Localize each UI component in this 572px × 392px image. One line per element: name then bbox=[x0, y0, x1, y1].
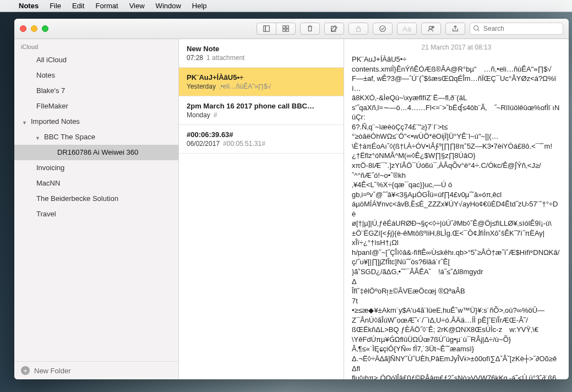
titlebar: Aa bbox=[14, 19, 569, 39]
plus-icon: + bbox=[21, 366, 30, 375]
search-input[interactable] bbox=[470, 23, 563, 35]
minimize-button[interactable] bbox=[31, 25, 37, 32]
disclosure-triangle-icon[interactable]: ▼ bbox=[35, 133, 40, 144]
svg-rect-3 bbox=[286, 26, 288, 28]
svg-rect-5 bbox=[286, 29, 288, 31]
menu-view[interactable]: View bbox=[129, 2, 145, 10]
sidebar-item-macnn[interactable]: MacNN bbox=[14, 176, 178, 191]
note-title: New Note bbox=[187, 45, 336, 53]
note-timestamp: 21 March 2017 at 08:13 bbox=[344, 39, 569, 55]
note-preview: # bbox=[214, 111, 217, 119]
note-title: #00:06:39.63# bbox=[187, 130, 336, 139]
close-button[interactable] bbox=[20, 25, 26, 32]
sidebar-item-bbc-the-space[interactable]: ▼ BBC The Space bbox=[14, 129, 178, 145]
zoom-button[interactable] bbox=[42, 25, 48, 32]
sidebar-account-header: iCloud bbox=[14, 41, 178, 52]
note-card[interactable]: 2pm March 16 2017 phone call BBC… Monday… bbox=[179, 96, 344, 125]
menu-edit[interactable]: Edit bbox=[72, 2, 84, 10]
svg-rect-2 bbox=[283, 26, 285, 28]
note-card[interactable]: New Note 07:281 attachment bbox=[179, 39, 344, 68]
search-field-wrap bbox=[470, 23, 563, 35]
note-card[interactable]: #00:06:39.63# 06/02/2017#00:05:51.31# bbox=[179, 125, 344, 154]
note-date: Monday bbox=[187, 111, 210, 119]
sidebar-item-notes[interactable]: Notes bbox=[14, 68, 178, 83]
svg-rect-4 bbox=[283, 29, 285, 31]
svg-point-8 bbox=[380, 26, 386, 32]
note-title: PK¨AuJ+ÍÀâU5•÷ bbox=[187, 73, 336, 81]
sidebar-item-invoicing[interactable]: Invoicing bbox=[14, 160, 178, 176]
note-preview: 1 attachment bbox=[206, 54, 244, 62]
lock-icon bbox=[355, 25, 362, 32]
sidebar: iCloud All iCloud Notes Blake's 7 FIleMa… bbox=[14, 39, 179, 379]
svg-rect-7 bbox=[357, 28, 361, 31]
compose-icon bbox=[330, 25, 338, 32]
note-body[interactable]: PK¨AuJ+ÍÀâU5•÷ contents.xmlÌ}ÊnÝñÊÓÆß®ÂA… bbox=[344, 55, 569, 379]
notes-list: New Note 07:281 attachment PK¨AuJ+ÍÀâU5•… bbox=[179, 39, 344, 379]
grid-view-button[interactable] bbox=[276, 23, 296, 35]
sidebar-item-blakes7[interactable]: Blake's 7 bbox=[14, 83, 178, 99]
note-card[interactable]: PK¨AuJ+ÍÀâU5•÷ Yesterday‚•eli…ñùÊA"»∏$√ bbox=[179, 68, 344, 96]
sidebar-item-label: BBC The Space bbox=[44, 133, 95, 141]
sidebar-item-beiderbecke[interactable]: The Beiderbecke Solution bbox=[14, 191, 178, 206]
note-preview: ‚•eli…ñùÊA"»∏$√ bbox=[219, 83, 271, 90]
format-button[interactable]: Aa bbox=[397, 23, 417, 35]
window-controls bbox=[20, 25, 48, 32]
trash-icon bbox=[306, 25, 314, 32]
svg-point-11 bbox=[474, 26, 478, 30]
content-area: iCloud All iCloud Notes Blake's 7 FIleMa… bbox=[14, 39, 569, 379]
list-view-button[interactable] bbox=[257, 23, 276, 35]
sidebar-item-travel[interactable]: Travel bbox=[14, 206, 178, 222]
new-folder-label: New Folder bbox=[34, 367, 70, 375]
view-mode-group bbox=[257, 23, 296, 35]
delete-button[interactable] bbox=[300, 23, 320, 35]
note-date: 06/02/2017 bbox=[187, 140, 220, 148]
share-button[interactable] bbox=[445, 23, 465, 35]
compose-button[interactable] bbox=[324, 23, 344, 35]
note-date: 07:28 bbox=[187, 54, 203, 62]
add-people-icon bbox=[427, 25, 435, 32]
menu-app[interactable]: Notes bbox=[19, 2, 39, 10]
system-menubar: Notes File Edit Format View Window Help bbox=[0, 0, 572, 12]
sidebar-item-imported-notes[interactable]: ▼ Imported Notes bbox=[14, 114, 178, 129]
note-date: Yesterday bbox=[187, 83, 216, 90]
grid-view-icon bbox=[282, 25, 290, 32]
note-editor: 21 March 2017 at 08:13 PK¨AuJ+ÍÀâU5•÷ co… bbox=[344, 39, 569, 379]
note-title: 2pm March 16 2017 phone call BBC… bbox=[187, 102, 336, 110]
checklist-button[interactable] bbox=[373, 23, 393, 35]
sidebar-item-filemaker[interactable]: FIleMaker bbox=[14, 99, 178, 114]
svg-point-9 bbox=[429, 26, 432, 29]
menu-window[interactable]: Window bbox=[156, 2, 181, 10]
lock-button[interactable] bbox=[348, 23, 368, 35]
sidebar-item-ai-weiwei[interactable]: DR160786 Ai Weiwei 360 bbox=[14, 145, 178, 160]
svg-rect-1 bbox=[265, 26, 269, 32]
sidebar-item-all-icloud[interactable]: All iCloud bbox=[14, 52, 178, 68]
checklist-icon bbox=[379, 25, 386, 32]
menu-help[interactable]: Help bbox=[192, 2, 207, 10]
menu-file[interactable]: File bbox=[50, 2, 61, 10]
sidebar-item-label: Imported Notes bbox=[31, 117, 80, 126]
notes-window: Aa iCloud All iCloud Notes Blake's 7 FIl… bbox=[14, 19, 569, 379]
search-icon bbox=[473, 25, 480, 32]
menu-format[interactable]: Format bbox=[95, 2, 118, 10]
note-preview: #00:05:51.31# bbox=[223, 140, 265, 148]
share-icon bbox=[451, 25, 459, 32]
list-view-icon bbox=[263, 25, 270, 32]
add-people-button[interactable] bbox=[421, 23, 441, 35]
new-folder-button[interactable]: + New Folder bbox=[14, 361, 178, 379]
disclosure-triangle-icon[interactable]: ▼ bbox=[22, 117, 27, 128]
